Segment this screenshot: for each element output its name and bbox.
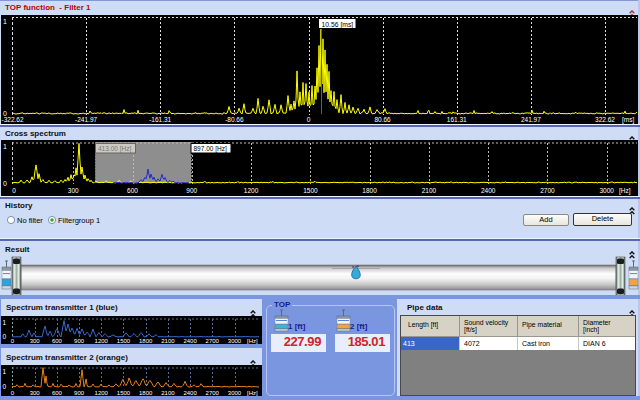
- svg-text:2700: 2700: [206, 390, 220, 396]
- svg-text:0: 0: [307, 116, 311, 123]
- svg-text:-241.97: -241.97: [75, 116, 97, 123]
- svg-text:1: 1: [3, 18, 7, 25]
- svg-text:[ms]: [ms]: [622, 116, 634, 124]
- svg-text:2400: 2400: [183, 390, 197, 396]
- svg-text:897.00 [Hz]: 897.00 [Hz]: [194, 145, 227, 153]
- svg-text:2100: 2100: [161, 390, 175, 396]
- svg-text:900: 900: [186, 187, 197, 194]
- svg-text:0: 0: [3, 180, 7, 187]
- svg-text:[Hz]: [Hz]: [247, 390, 258, 396]
- svg-text:0: 0: [3, 383, 7, 390]
- svg-text:80.66: 80.66: [374, 116, 391, 123]
- svg-text:2700: 2700: [540, 187, 555, 194]
- svg-text:1200: 1200: [95, 390, 109, 396]
- svg-text:1: 1: [3, 319, 7, 326]
- svg-text:600: 600: [127, 187, 138, 194]
- svg-text:241.97: 241.97: [521, 116, 541, 123]
- svg-text:-80.66: -80.66: [225, 116, 244, 123]
- svg-text:[Hz]: [Hz]: [619, 187, 631, 195]
- svg-text:1: 1: [3, 143, 7, 150]
- svg-text:1800: 1800: [139, 390, 153, 396]
- svg-text:3000: 3000: [228, 390, 242, 396]
- svg-text:900: 900: [74, 390, 85, 396]
- svg-text:0: 0: [3, 333, 7, 340]
- svg-text:2400: 2400: [481, 187, 496, 194]
- svg-text:413.00 [Hz]: 413.00 [Hz]: [98, 145, 131, 153]
- svg-text:1500: 1500: [303, 187, 318, 194]
- svg-text:300: 300: [30, 390, 41, 396]
- svg-text:0: 0: [12, 187, 16, 194]
- svg-text:1500: 1500: [117, 390, 131, 396]
- svg-text:322.62: 322.62: [595, 116, 615, 123]
- svg-text:600: 600: [52, 390, 63, 396]
- svg-text:300: 300: [68, 187, 79, 194]
- svg-text:-322.62: -322.62: [2, 116, 24, 123]
- svg-text:1: 1: [3, 368, 7, 375]
- svg-text:1200: 1200: [244, 187, 259, 194]
- svg-text:-161.31: -161.31: [149, 116, 171, 123]
- svg-text:3000: 3000: [599, 187, 614, 194]
- svg-text:10.56 [ms]: 10.56 [ms]: [322, 21, 354, 29]
- svg-text:161.31: 161.31: [447, 116, 467, 123]
- svg-text:1800: 1800: [362, 187, 377, 194]
- svg-text:2100: 2100: [422, 187, 437, 194]
